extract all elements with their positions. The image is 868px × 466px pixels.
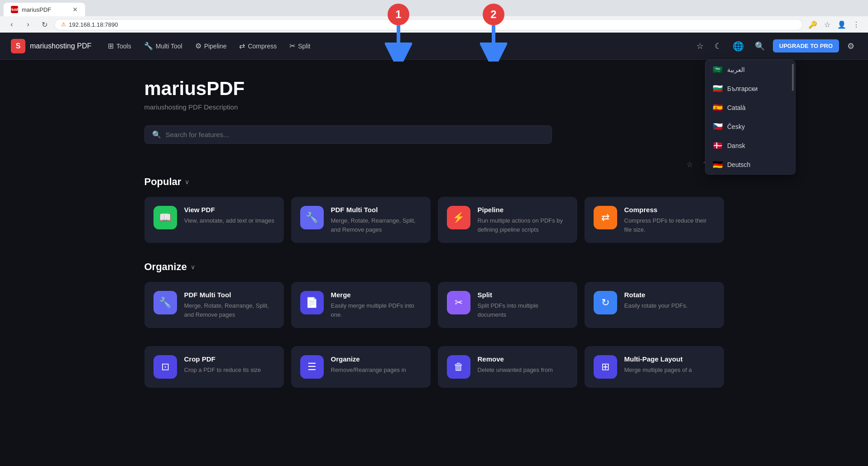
browser-toolbar: ‹ › ↻ ⚠ 192.168.1.18:7890 🔑 ☆ 👤 ⋮ bbox=[0, 16, 868, 33]
tool-card-pdf-multi-tool[interactable]: 🔧 PDF Multi Tool Merge, Rotate, Rearrang… bbox=[291, 197, 431, 243]
tool-card-remove[interactable]: 🗑 Remove Delete unwanted pages from bbox=[438, 346, 577, 388]
browser-menu[interactable]: ⋮ bbox=[850, 18, 863, 31]
main-content: mariusPDF mariushosting PDF Description … bbox=[72, 60, 796, 424]
main-nav: ⊞ Tools 🔧 Multi Tool ⚙ Pipeline ⇄ Compre… bbox=[102, 39, 316, 53]
lang-item-bulgarian[interactable]: 🇧🇬 Български bbox=[705, 79, 795, 98]
logo-icon: S bbox=[11, 39, 25, 53]
organize-collapse-icon[interactable]: ∨ bbox=[191, 263, 195, 271]
popular-tool-grid: 📖 View PDF View, annotate, add text or i… bbox=[144, 197, 724, 243]
tool-card-rotate[interactable]: ↻ Rotate Easily rotate your PDFs. bbox=[585, 282, 724, 328]
theme-toggle-button[interactable]: ☾ bbox=[712, 38, 724, 54]
tool-card-merge[interactable]: 📄 Merge Easily merge multiple PDFs into … bbox=[291, 282, 431, 328]
toolbar-actions: 🔑 ☆ 👤 ⋮ bbox=[806, 18, 863, 31]
tool-card-split[interactable]: ✂ Split Split PDFs into multiple documen… bbox=[438, 282, 577, 328]
pipeline-tool-desc: Run multiple actions on PDFs by defining… bbox=[478, 216, 568, 234]
tool-card-organize[interactable]: ☰ Organize Remove/Rearrange pages in bbox=[291, 346, 431, 388]
crop-name: Crop PDF bbox=[184, 355, 275, 363]
nav-multi-tool[interactable]: 🔧 Multi Tool bbox=[139, 39, 188, 53]
page-subtitle: mariushosting PDF Description bbox=[144, 103, 724, 111]
browser-chrome: mariusPDF mariusPDF ✕ ‹ › ↻ ⚠ 192.168.1.… bbox=[0, 0, 868, 33]
tool-card-pdf-multi-tool-2[interactable]: 🔧 PDF Multi Tool Merge, Rotate, Rearrang… bbox=[144, 282, 284, 328]
star-control-icon[interactable]: ☆ bbox=[685, 158, 695, 171]
favorites-button[interactable]: ☆ bbox=[694, 38, 706, 54]
tab-title: mariusPDF bbox=[22, 6, 51, 13]
split-desc: Split PDFs into multiple documents bbox=[478, 301, 568, 319]
nav-pipeline[interactable]: ⚙ Pipeline bbox=[190, 39, 232, 53]
bookmark-button[interactable]: ☆ bbox=[821, 18, 834, 31]
flag-danish: 🇩🇰 bbox=[713, 141, 723, 151]
url-display: 192.168.1.18:7890 bbox=[69, 21, 118, 28]
reload-button[interactable]: ↻ bbox=[38, 18, 51, 31]
back-button[interactable]: ‹ bbox=[5, 18, 18, 31]
multi-page-info: Multi-Page Layout Merge multiple pages o… bbox=[624, 355, 715, 375]
address-bar[interactable]: ⚠ 192.168.1.18:7890 bbox=[54, 19, 803, 30]
language-button[interactable]: 🌐 bbox=[730, 38, 747, 54]
organize-tool-grid: 🔧 PDF Multi Tool Merge, Rotate, Rearrang… bbox=[144, 282, 724, 328]
popular-title: Popular bbox=[144, 176, 182, 188]
tools-icon: ⊞ bbox=[108, 42, 114, 50]
search-icon: 🔍 bbox=[152, 130, 161, 139]
compress-tool-name: Compress bbox=[624, 206, 715, 214]
multi-tool-icon: 🔧 bbox=[144, 42, 153, 50]
rotate-name: Rotate bbox=[624, 291, 715, 299]
app-header: S mariushosting PDF ⊞ Tools 🔧 Multi Tool… bbox=[0, 33, 868, 60]
nav-split[interactable]: ✂ Split bbox=[284, 39, 316, 53]
compress-icon: ⇄ bbox=[239, 42, 245, 50]
flag-arabic: 🇸🇦 bbox=[713, 65, 723, 75]
remove-info: Remove Delete unwanted pages from bbox=[478, 355, 568, 375]
flag-bulgarian: 🇧🇬 bbox=[713, 84, 723, 94]
forward-button[interactable]: › bbox=[22, 18, 34, 31]
multi-page-desc: Merge multiple pages of a bbox=[624, 366, 715, 375]
nav-compress-label: Compress bbox=[248, 43, 277, 50]
nav-tools[interactable]: ⊞ Tools bbox=[102, 39, 137, 53]
upgrade-button[interactable]: UPGRADE TO PRO bbox=[773, 39, 839, 52]
lang-item-arabic[interactable]: 🇸🇦 العربية bbox=[705, 60, 795, 79]
tool-card-view-pdf[interactable]: 📖 View PDF View, annotate, add text or i… bbox=[144, 197, 284, 243]
pdf-multi-tool-2-icon: 🔧 bbox=[153, 291, 177, 314]
browser-profile[interactable]: 👤 bbox=[835, 18, 848, 31]
app-logo[interactable]: S mariushosting PDF bbox=[11, 39, 91, 53]
tab-close-button[interactable]: ✕ bbox=[72, 6, 78, 13]
view-pdf-info: View PDF View, annotate, add text or ima… bbox=[184, 206, 275, 225]
nav-split-label: Split bbox=[298, 43, 310, 50]
split-name: Split bbox=[478, 291, 568, 299]
popular-collapse-icon[interactable]: ∨ bbox=[185, 178, 189, 185]
split-icon: ✂ bbox=[289, 42, 295, 50]
pdf-multi-tool-desc: Merge, Rotate, Rearrange, Split, and Rem… bbox=[331, 216, 422, 234]
rotate-desc: Easily rotate your PDFs. bbox=[624, 301, 715, 310]
tool-card-crop[interactable]: ⊡ Crop PDF Crop a PDF to reduce its size bbox=[144, 346, 284, 388]
active-tab[interactable]: mariusPDF mariusPDF ✕ bbox=[4, 3, 85, 16]
flag-german: 🇩🇪 bbox=[713, 160, 723, 170]
multi-page-name: Multi-Page Layout bbox=[624, 355, 715, 363]
lang-label-arabic: العربية bbox=[727, 66, 745, 73]
pdf-multi-tool-info: PDF Multi Tool Merge, Rotate, Rearrange,… bbox=[331, 206, 422, 234]
organize-section-header: Organize ∨ bbox=[144, 261, 724, 273]
lang-item-czech[interactable]: 🇨🇿 Česky bbox=[705, 117, 795, 136]
tool-card-compress[interactable]: ⇄ Compress Compress PDFs to reduce their… bbox=[585, 197, 724, 243]
pdf-multi-tool-2-desc: Merge, Rotate, Rearrange, Split, and Rem… bbox=[184, 301, 275, 319]
pdf-multi-tool-name: PDF Multi Tool bbox=[331, 206, 422, 214]
merge-info: Merge Easily merge multiple PDFs into on… bbox=[331, 291, 422, 319]
tool-card-multi-page[interactable]: ⊞ Multi-Page Layout Merge multiple pages… bbox=[585, 346, 724, 388]
organize-title: Organize bbox=[144, 261, 187, 273]
app-name: mariushosting PDF bbox=[30, 42, 91, 50]
lang-item-catalan[interactable]: 🇪🇸 Català bbox=[705, 98, 795, 117]
logo-letter: S bbox=[16, 42, 21, 50]
tool-card-pipeline[interactable]: ⚡ Pipeline Run multiple actions on PDFs … bbox=[438, 197, 577, 243]
remove-name: Remove bbox=[478, 355, 568, 363]
lang-label-czech: Česky bbox=[727, 123, 745, 130]
profile-key-button[interactable]: 🔑 bbox=[806, 18, 819, 31]
organize-name: Organize bbox=[331, 355, 422, 363]
split-tool-info: Split Split PDFs into multiple documents bbox=[478, 291, 568, 319]
search-button[interactable]: 🔍 bbox=[752, 38, 767, 54]
compress-tool-desc: Compress PDFs to reduce their file size. bbox=[624, 216, 715, 234]
nav-compress[interactable]: ⇄ Compress bbox=[234, 39, 282, 53]
split-tool-icon: ✂ bbox=[447, 291, 470, 314]
flag-catalan: 🇪🇸 bbox=[713, 103, 723, 113]
lang-item-german[interactable]: 🇩🇪 Deutsch bbox=[705, 155, 795, 174]
tab-favicon: mariusPDF bbox=[11, 6, 18, 13]
crop-icon: ⊡ bbox=[153, 355, 177, 379]
search-input[interactable] bbox=[166, 131, 544, 138]
lang-item-danish[interactable]: 🇩🇰 Dansk bbox=[705, 136, 795, 155]
settings-button[interactable]: ⚙ bbox=[844, 38, 857, 54]
